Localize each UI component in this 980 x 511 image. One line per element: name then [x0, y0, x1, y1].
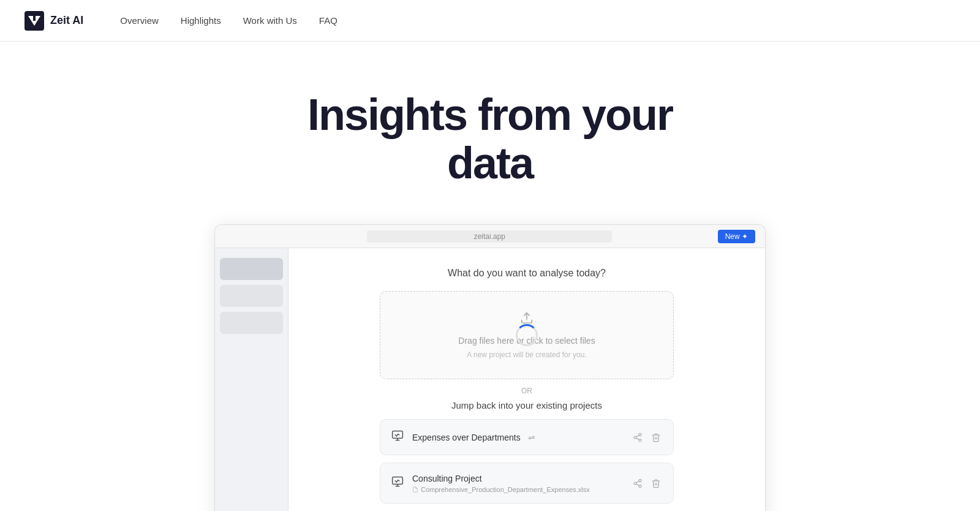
svg-line-8	[636, 438, 639, 440]
nav-link-work-with-us[interactable]: Work with Us	[243, 15, 297, 26]
or-divider: OR	[521, 387, 532, 395]
transfer-icon-1: ⇌	[528, 433, 535, 442]
hero-title-line1: Insights from your	[307, 90, 673, 139]
mockup-wrapper: zeitai.app New ✦ What do you want to ana…	[0, 224, 980, 511]
svg-point-13	[639, 479, 641, 482]
project-icon-2	[391, 475, 404, 491]
share-button-2[interactable]	[631, 477, 644, 490]
analyse-prompt: What do you want to analyse today?	[448, 268, 606, 279]
sidebar-item-3[interactable]	[220, 312, 283, 334]
new-button[interactable]: New ✦	[718, 230, 755, 243]
svg-point-7	[639, 439, 641, 442]
project-card-2[interactable]: Consulting Project Comprehensive_Product…	[380, 463, 674, 504]
project-filename-2: Comprehensive_Production_Department_Expe…	[421, 486, 590, 493]
project-actions-1	[631, 431, 662, 444]
svg-point-6	[634, 436, 636, 439]
browser-actions: New ✦	[718, 230, 755, 243]
logo-link[interactable]: Zeit AI	[24, 11, 83, 31]
share-button-1[interactable]	[631, 431, 644, 444]
svg-point-5	[639, 433, 641, 436]
svg-point-14	[634, 482, 636, 485]
delete-button-2[interactable]	[650, 477, 662, 490]
sidebar-item-1[interactable]	[220, 258, 283, 280]
browser-url: zeitai.app	[367, 230, 612, 243]
app-layout: What do you want to analyse today? Drag …	[215, 248, 765, 511]
sidebar	[215, 248, 288, 511]
svg-line-16	[636, 484, 639, 486]
browser-bar: zeitai.app New ✦	[215, 225, 765, 248]
logo-icon	[24, 11, 44, 31]
delete-button-1[interactable]	[650, 431, 662, 444]
project-info-2: Consulting Project Comprehensive_Product…	[412, 473, 623, 493]
project-list: Expenses over Departments ⇌	[380, 419, 674, 504]
upload-area[interactable]: Drag files here or click to select files…	[380, 291, 674, 379]
nav-link-faq[interactable]: FAQ	[319, 15, 337, 26]
project-file-2: Comprehensive_Production_Department_Expe…	[412, 486, 623, 493]
project-icon-1	[391, 430, 404, 445]
hero-title: Insights from your data	[12, 91, 968, 187]
navbar: Zeit AI Overview Highlights Work with Us…	[0, 0, 980, 42]
hero-title-line2: data	[447, 138, 533, 187]
nav-links: Overview Highlights Work with Us FAQ	[120, 15, 337, 26]
svg-line-9	[636, 435, 639, 437]
nav-link-highlights[interactable]: Highlights	[181, 15, 221, 26]
loading-spinner	[516, 324, 538, 346]
upload-sub-text: A new project will be created for you.	[467, 350, 586, 359]
project-name-2: Consulting Project	[412, 474, 482, 483]
svg-line-17	[636, 481, 639, 483]
mockup-frame: zeitai.app New ✦ What do you want to ana…	[214, 224, 766, 511]
project-card-1[interactable]: Expenses over Departments ⇌	[380, 419, 674, 455]
project-actions-2	[631, 477, 662, 490]
existing-projects-title: Jump back into your existing projects	[451, 400, 602, 411]
svg-point-15	[639, 485, 641, 488]
nav-link-overview[interactable]: Overview	[120, 15, 159, 26]
sidebar-item-2[interactable]	[220, 285, 283, 307]
main-content: What do you want to analyse today? Drag …	[288, 248, 765, 511]
logo-text: Zeit AI	[50, 14, 83, 27]
project-info-1: Expenses over Departments ⇌	[412, 433, 623, 442]
project-name-1: Expenses over Departments	[412, 433, 521, 442]
hero-section: Insights from your data	[0, 42, 980, 218]
